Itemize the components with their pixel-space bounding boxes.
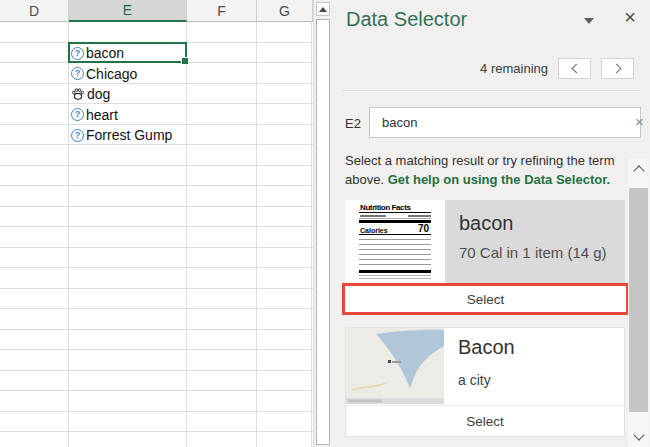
search-input[interactable] (369, 107, 641, 138)
clear-search-icon[interactable]: × (635, 113, 644, 130)
chevron-down-icon (633, 429, 644, 440)
result-title: bacon (459, 212, 625, 235)
remaining-count: 4 remaining (480, 61, 548, 76)
column-header-e[interactable]: E (69, 0, 187, 22)
column-header-g[interactable]: G (257, 0, 313, 22)
nutrition-serving-row (359, 213, 431, 219)
cell-text: heart (86, 107, 118, 123)
calories-label: Calories (360, 227, 388, 234)
cell-text: dog (87, 86, 110, 102)
result-card-bacon-food[interactable]: Nutrition Facts Calories 70 bacon 70 Cal… (345, 200, 625, 283)
help-link[interactable]: Get help on using the Data Selector. (388, 172, 611, 187)
cell-text: Chicago (86, 66, 137, 82)
nutrition-label-thumbnail: Nutrition Facts Calories 70 (345, 200, 445, 283)
spreadsheet-grid: D E F G bacon Chicago dog (0, 0, 313, 447)
map-thumbnail (346, 328, 444, 404)
cell-reference-label: E2 (345, 116, 361, 131)
pane-scroll-down-button[interactable] (628, 425, 649, 447)
pane-close-button[interactable]: × (620, 4, 640, 30)
data-selector-pane: Data Selector × 4 remaining E2 × Select … (332, 0, 650, 447)
triangle-up-icon (319, 7, 327, 12)
pane-menu-chevron-down-icon[interactable] (584, 18, 594, 24)
cell-e3[interactable]: Chicago (71, 64, 137, 84)
select-button[interactable]: Select (346, 405, 624, 436)
column-header-f[interactable]: F (187, 0, 257, 22)
linked-data-pending-icon (71, 108, 84, 121)
select-button-highlighted[interactable]: Select (342, 283, 629, 315)
cell-e6[interactable]: Forrest Gump (71, 125, 172, 145)
scroll-up-button[interactable] (316, 2, 330, 16)
column-header-d[interactable]: D (0, 0, 69, 22)
nutrition-calories-row: Calories 70 (359, 223, 431, 235)
chevron-up-icon (633, 165, 644, 176)
gridline (256, 22, 257, 447)
pane-vertical-scrollbar[interactable] (628, 158, 649, 447)
nutrition-detail-rows (359, 235, 431, 269)
nutrition-heading: Nutrition Facts (359, 202, 431, 213)
nutrition-footnote-rows (359, 273, 431, 279)
gridline (68, 22, 69, 447)
paw-icon (71, 87, 85, 101)
sheet-vertical-scrollbar[interactable] (313, 0, 332, 447)
pane-title: Data Selector (346, 8, 467, 31)
result-card-bacon-city[interactable]: Bacon a city Select (345, 327, 625, 437)
nutrition-label-graphic: Nutrition Facts Calories 70 (359, 202, 431, 281)
instruction-text: Select a matching result or try refining… (345, 151, 629, 189)
pane-scroll-up-button[interactable] (628, 158, 649, 180)
result-card-text: bacon 70 Cal in 1 item (14 g) (445, 200, 625, 283)
linked-data-pending-icon (71, 67, 84, 80)
scrollbar-thumb[interactable] (316, 19, 330, 445)
divider (342, 90, 640, 91)
result-title: Bacon (458, 336, 515, 359)
remaining-row: 4 remaining (480, 58, 634, 79)
pane-scrollbar-thumb[interactable] (629, 188, 648, 412)
gridline (186, 22, 187, 447)
sheet-cells-area[interactable] (0, 22, 313, 447)
app-window: D E F G bacon Chicago dog (0, 0, 650, 447)
fill-handle[interactable] (181, 57, 189, 65)
cell-e4[interactable]: dog (71, 84, 110, 104)
chevron-right-icon (611, 64, 621, 74)
cell-e5[interactable]: heart (71, 105, 118, 125)
active-cell-selection-border (68, 42, 187, 63)
result-subtitle: a city (458, 372, 491, 388)
chevron-left-icon (571, 64, 581, 74)
calories-value: 70 (418, 223, 429, 234)
previous-result-button[interactable] (558, 58, 591, 79)
linked-data-pending-icon (71, 129, 84, 142)
gridline (311, 22, 312, 447)
cell-text: Forrest Gump (86, 127, 172, 143)
result-subtitle: 70 Cal in 1 item (14 g) (459, 244, 625, 261)
next-result-button[interactable] (601, 58, 634, 79)
